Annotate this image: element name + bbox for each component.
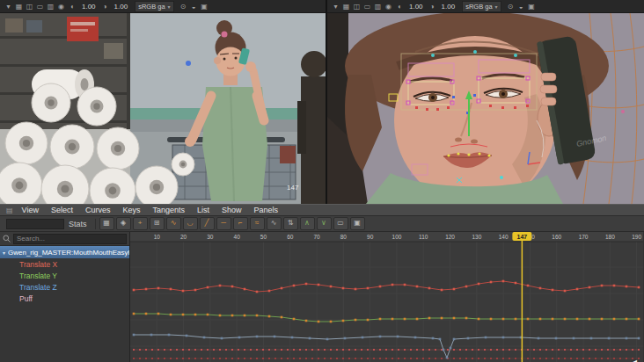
gamma-icon[interactable]: ◑ — [428, 3, 437, 11]
channel-row-puff[interactable]: Puff — [0, 293, 129, 304]
channel-root-row[interactable]: ▾ Gwen_rig_MASTER:MouthMouthEasyRT — [0, 246, 129, 258]
channel-row-translate-y[interactable]: Translate Y — [0, 270, 129, 281]
ao-icon[interactable]: ▣ — [527, 3, 537, 11]
viewport-left-toolbar: ▾▦◫▭▥◉ ◐ 1.00 ◑ 1.00 sRGB ga ▾ ⊙◒▣ — [0, 0, 326, 13]
svg-text:100: 100 — [392, 234, 402, 240]
expand-arrow-icon[interactable]: ▾ — [3, 250, 5, 256]
channel-row-translate-x[interactable]: Translate X — [0, 258, 129, 270]
svg-text:60: 60 — [287, 234, 294, 240]
svg-text:147: 147 — [517, 234, 528, 240]
hair-tie — [222, 32, 228, 38]
spline-tangent-icon[interactable]: ∿ — [166, 217, 181, 230]
exposure-value[interactable]: 1.00 — [79, 3, 99, 11]
scene-store[interactable]: 147 — [0, 13, 326, 204]
viewport-persp[interactable]: ▾▦◫▭▥◉ ◐ 1.00 ◑ 1.00 sRGB ga ▾ ⊙◒▣ — [0, 0, 327, 204]
renderer-menu-icon[interactable]: ▾ — [4, 3, 13, 11]
plateau-tangent-icon[interactable]: ≈ — [250, 217, 265, 230]
swap-buffer-icon[interactable]: ⇅ — [283, 217, 298, 230]
viewport-face-cam[interactable]: ▾▦◫▭▥◉ ◐ 1.00 ◑ 1.00 sRGB ga ▾ ⊙◒▣ — [327, 0, 644, 204]
hand-fingers — [540, 73, 557, 105]
gnomon-watermark: the GNOMON WORKSHOP ▲ — [630, 358, 639, 362]
search-row — [0, 232, 129, 246]
channel-row-translate-z[interactable]: Translate Z — [0, 281, 129, 293]
resolution-gate-icon[interactable]: ▭ — [35, 3, 45, 11]
clamped-tangent-icon[interactable]: ◡ — [183, 217, 198, 230]
graph-editor: ▾ Gwen_rig_MASTER:MouthMouthEasyRT Trans… — [0, 232, 644, 362]
insert-key-icon[interactable]: + — [133, 217, 148, 230]
graph-editor-menubar: ▤ ViewSelectCurvesKeysTangentsListShowPa… — [0, 204, 644, 216]
lighting-icon[interactable]: ⊙ — [506, 3, 516, 11]
channel-label: Translate X — [19, 260, 57, 269]
scene-face-closeup[interactable]: Gnomon — [327, 13, 644, 204]
exposure-icon[interactable]: ◐ — [395, 3, 405, 11]
unify-tangents-icon[interactable]: ∨ — [317, 217, 332, 230]
rig-marker — [186, 61, 191, 66]
view-transform-select[interactable]: sRGB ga ▾ — [135, 1, 173, 12]
safe-title-icon[interactable]: ◉ — [56, 3, 66, 11]
view-transform-select[interactable]: sRGB ga ▾ — [462, 1, 501, 12]
channel-root-label: Gwen_rig_MASTER:MouthMouthEasyRT — [8, 249, 129, 257]
break-tangents-icon[interactable]: ∧ — [300, 217, 315, 230]
frame-playback-icon[interactable]: ▭ — [333, 217, 348, 230]
exposure-icon[interactable]: ◐ — [68, 3, 77, 11]
stats-field[interactable] — [6, 219, 64, 229]
chevron-down-icon: ▾ — [168, 4, 171, 10]
shadows-icon[interactable]: ◒ — [516, 3, 526, 11]
frame-hud: 147 — [287, 184, 299, 192]
film-gate-icon[interactable]: ◫ — [25, 3, 34, 11]
chevron-down-icon: ▾ — [495, 4, 498, 10]
svg-text:170: 170 — [579, 234, 589, 240]
renderer-menu-icon[interactable]: ▾ — [331, 3, 340, 11]
gamma-value[interactable]: 1.00 — [112, 3, 131, 11]
svg-text:120: 120 — [445, 234, 455, 240]
svg-text:160: 160 — [552, 234, 561, 240]
viewport-right-toolbar: ▾▦◫▭▥◉ ◐ 1.00 ◑ 1.00 sRGB ga ▾ ⊙◒▣ — [327, 0, 644, 13]
move-keys-icon[interactable]: ◈ — [116, 217, 131, 230]
menu-show[interactable]: Show — [216, 206, 248, 214]
frame-all-icon[interactable]: ▣ — [350, 217, 365, 230]
svg-text:180: 180 — [605, 234, 615, 240]
shadows-icon[interactable]: ◒ — [189, 3, 199, 11]
svg-text:190: 190 — [632, 234, 641, 240]
svg-text:10: 10 — [154, 234, 161, 240]
grid-toggle-icon[interactable]: ▦ — [341, 3, 351, 11]
channel-label: Translate Z — [19, 283, 57, 292]
menu-keys[interactable]: Keys — [116, 206, 146, 214]
resolution-gate-icon[interactable]: ▭ — [362, 3, 372, 11]
gate-mask-icon[interactable]: ▥ — [46, 3, 55, 11]
exposure-value[interactable]: 1.00 — [406, 3, 426, 11]
safe-title-icon[interactable]: ◉ — [384, 3, 393, 11]
ao-icon[interactable]: ▣ — [200, 3, 209, 11]
curve-graph-area[interactable]: 1020304050607080901001101201301401501601… — [130, 232, 643, 362]
panel-menu-icon[interactable]: ▤ — [4, 206, 16, 214]
graph-grid-icon[interactable]: ▦ — [99, 217, 114, 230]
svg-text:90: 90 — [367, 234, 374, 240]
cart-seat-flap — [280, 146, 296, 163]
menu-panels[interactable]: Panels — [248, 206, 285, 214]
flat-tangent-icon[interactable]: ─ — [216, 217, 231, 230]
lighting-icon[interactable]: ⊙ — [179, 3, 188, 11]
film-gate-icon[interactable]: ◫ — [352, 3, 362, 11]
colorspace-label: sRGB ga — [138, 3, 165, 11]
menu-tangents[interactable]: Tangents — [146, 206, 191, 214]
menu-view[interactable]: View — [16, 206, 45, 214]
gate-mask-icon[interactable]: ▥ — [373, 3, 383, 11]
stats-label: Stats — [69, 220, 87, 228]
search-input[interactable] — [13, 234, 127, 244]
buffer-curve-icon[interactable]: ∿ — [267, 217, 282, 230]
channel-outliner: ▾ Gwen_rig_MASTER:MouthMouthEasyRT Trans… — [0, 232, 130, 362]
svg-text:40: 40 — [234, 234, 241, 240]
lattice-deform-icon[interactable]: ⊞ — [150, 217, 165, 230]
menu-select[interactable]: Select — [45, 206, 79, 214]
linear-tangent-icon[interactable]: ╱ — [200, 217, 215, 230]
gamma-value[interactable]: 1.00 — [439, 3, 458, 11]
menu-curves[interactable]: Curves — [79, 206, 117, 214]
menu-list[interactable]: List — [191, 206, 216, 214]
channel-label: Translate Y — [19, 272, 57, 280]
step-tangent-icon[interactable]: ⌐ — [233, 217, 248, 230]
grid-toggle-icon[interactable]: ▦ — [14, 3, 24, 11]
gamma-icon[interactable]: ◑ — [100, 3, 110, 11]
maya-window: ▾▦◫▭▥◉ ◐ 1.00 ◑ 1.00 sRGB ga ▾ ⊙◒▣ — [0, 0, 644, 362]
svg-text:140: 140 — [499, 234, 509, 240]
svg-text:50: 50 — [260, 234, 267, 240]
